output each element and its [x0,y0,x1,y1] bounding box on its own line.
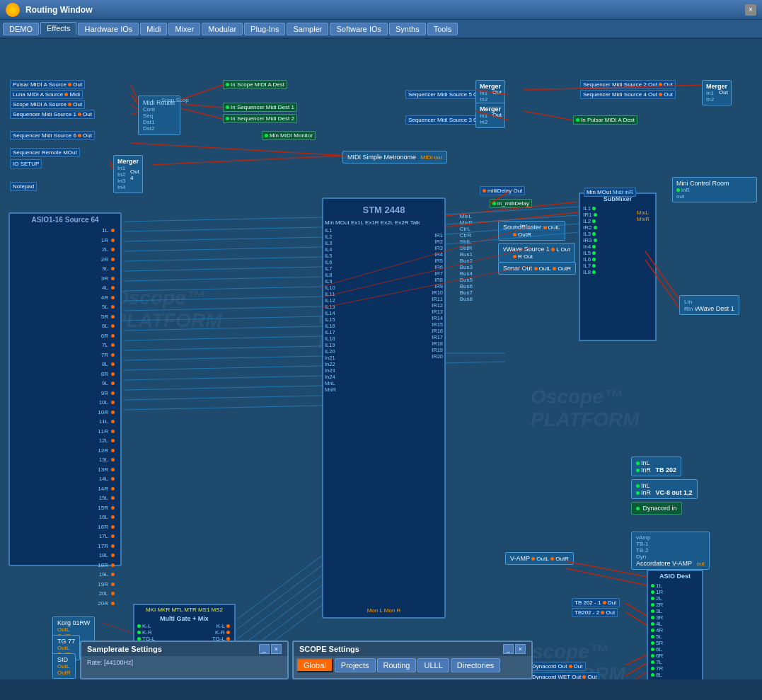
io-setup[interactable]: IO SETUP [10,159,42,168]
out-port [659,93,662,96]
scope-tab-projects[interactable]: Projects [335,658,376,672]
title-bar: Routing Window × [0,0,762,20]
dynacord-out-port [569,665,572,668]
scope-tab-global[interactable]: Global [296,658,333,672]
tab-software-ios[interactable]: Software IOs [330,23,388,35]
samplerate-minimize-button[interactable]: _ [259,644,270,654]
tab-modular[interactable]: Modular [202,23,243,35]
tab-synths[interactable]: Synths [389,23,426,35]
vwave-source-1[interactable]: vWave Source 1 L Out R Out [498,243,575,263]
in-milli-delay[interactable]: in_milliDelay [490,199,532,208]
out-l3 [534,267,538,270]
tb202-1-out-port [603,601,606,604]
scope-close-button[interactable]: × [515,644,526,654]
vc8-out[interactable]: InL InR VC-8 out 1,2 [631,479,698,499]
watermark-3: Oscope™PLATFORM [531,386,639,431]
sonar-out[interactable]: Sonar Out OutL OutR [498,262,576,275]
tb-202[interactable]: InL InR TB 202 [631,457,681,476]
asio-block[interactable]: ASIO1-16 Source 64 1L 1R 2L 2R 3L 3R 4L … [8,212,122,566]
scope-dialog-title: SCOPE Settings _ × [294,642,531,656]
tab-hardware-ios[interactable]: Hardware IOs [78,23,139,35]
tab-midi[interactable]: Midi [140,23,167,35]
dynacord-out[interactable]: Dynacord Out Out [529,662,586,671]
out-r [513,233,516,236]
scope-tab-routing[interactable]: Routing [377,658,417,672]
out-port [483,189,486,193]
dynacord-in[interactable]: Dynacord in [631,502,682,515]
notepad[interactable]: Notepad [10,182,37,191]
vwave-dest-1[interactable]: LInRIn vWave Dest 1 [679,295,739,315]
scope-tab-ulll[interactable]: ULLL [417,658,449,672]
dynacord-wet-out[interactable]: Dynacord WET Out Out [529,672,599,679]
out-l [543,226,547,229]
in-seq-midi-dest-2[interactable]: In Sequencer Midi Dest 2 [223,114,297,123]
samplerate-dialog-buttons: _ × [258,644,282,654]
min-midi-monitor[interactable]: Min MIDI Monitor [262,131,316,140]
tab-demo[interactable]: DEMO [3,23,39,35]
v-amp[interactable]: V-AMP OutL OutR [505,552,574,565]
canvas-area: Oscope™PLATFORM Oscope™PLATFORM Oscope™P… [0,39,762,679]
mini-control-room[interactable]: Mini Control Room inR out [672,177,757,202]
out-port [64,93,68,96]
tab-bar: DEMO Effects Hardware IOs Midi Mixer Mod… [0,20,762,39]
asio-dest-block[interactable]: ASIO Dest 1L 1R 2L 2R 3L 3R 4L 4R 5L 5R … [647,570,703,679]
tab-mixer[interactable]: Mixer [168,23,200,35]
in-pulsar-midi-a-dest[interactable]: In Pulsar MIDI A Dest [573,115,637,125]
sid[interactable]: SID OutLOutR [52,653,76,679]
in-port [226,117,229,120]
in-seq-midi-dest-1[interactable]: In Sequencer Midi Dest 1 [223,103,297,112]
tb202-1-out[interactable]: TB 202 - 1 Out [572,598,620,607]
tab-tools[interactable]: Tools [427,23,458,35]
seq-remote-mout[interactable]: Sequencer Remote MOut [10,148,80,157]
scope-minimize-button[interactable]: _ [503,644,514,654]
out-port [78,113,81,116]
stm-2448-block[interactable]: STM 2448 Min MOut Ex1L Ex1R Ex2L Ex2R Ta… [322,197,446,619]
scope-tab-directories[interactable]: Directories [451,658,501,672]
tb202-2-out[interactable]: TB202 - 2 Out [572,608,618,617]
stm-bottom-ports: Mon L Mon R [367,607,401,614]
seq-midi-source-1[interactable]: Sequencer Midi Source 1 Out [10,110,95,119]
tab-effects[interactable]: Effects [40,22,76,35]
pulsar-midi-a-source[interactable]: Pulsar MIDI A Source Out [10,80,85,89]
asio-ports: 1L 1R 2L 2R 3L 3R 4L 4R 5L 5R 6L 6R 7L 7… [10,226,120,608]
window-title: Routing Window [25,5,745,15]
scope-midi-a-source[interactable]: Scope MIDI A Source Out [10,100,85,109]
midi-simple-metronome[interactable]: MIDI Simple Metronome MIDI out [342,151,447,163]
seq-midi-source-6[interactable]: Sequencer Midi Source 6 Out [10,131,95,140]
in-scope-midi-a-dest[interactable]: In Scope MIDI A Dest [223,80,287,89]
scope-dialog-tabs: Global Projects Routing ULLL Directories [294,656,531,675]
samplerate-settings-dialog: Samplerate Settings _ × Rate: [44100Hz] [80,641,289,679]
samplerate-close-button[interactable]: × [271,644,282,654]
stm-right-ports: IR1IR2IR3IR4IR5 IR6IR7IR8IR9IR10 IR11IR1… [432,219,443,393]
soundblaster[interactable]: SoundBlaster OutL OutR [498,221,565,241]
merger-4[interactable]: Merger In1In2In3In4 Out4 [113,155,143,193]
midi-router-ports: Scop Scop [161,97,189,103]
tb202-inl [636,461,640,465]
stm-left-ports: Min MOut Ex1L Ex1R Ex2L Ex2R Talk IL1IL2… [325,219,420,393]
asio-dest-title: ASIO Dest [648,571,702,581]
tab-plugins[interactable]: Plug-Ins [244,23,285,35]
tab-sampler[interactable]: Sampler [287,23,328,35]
in-port [265,134,268,137]
in-port [226,83,229,86]
accordatore-vamp[interactable]: vAmpTB-1TB-2Dyn Accordatore V-AMP out [631,532,710,570]
seq-midi-source-2[interactable]: Sequencer Midi Source 2 Out Out [580,80,676,89]
vamp-outr [550,557,554,561]
merger-2[interactable]: Merger In1In2 Out [475,103,505,128]
vc8-inr [636,491,640,495]
luna-midi-source[interactable]: Luna MIDI A Source Midi [10,90,83,99]
milli-delay-out[interactable]: milliDelay Out [480,186,525,195]
multi-gate-ports-top: MKI MKR MTL MTR MS1 MS2 [134,605,234,614]
submixer-out-ports: MixLMixR [634,208,652,224]
close-button[interactable]: × [745,4,756,16]
merger-1[interactable]: Merger In1In2 Out [475,80,505,105]
tb202-inr [636,469,640,472]
min-mout[interactable]: Min MOut Midi inR [584,188,636,197]
samplerate-dialog-title: Samplerate Settings _ × [81,642,287,656]
seq-midi-source-4[interactable]: Sequencer Midi Source 4 Out Out [580,90,676,99]
watermark-1: Oscope™PLATFORM [113,287,221,332]
submixer-block[interactable]: SubMixer IL1 IR1 IL2 IR2 IL3 IR3 In4 IL5… [579,193,657,341]
merger-3[interactable]: Merger In1In2 Out [702,80,732,105]
vc8-inl [636,484,640,488]
in-port [226,105,229,109]
